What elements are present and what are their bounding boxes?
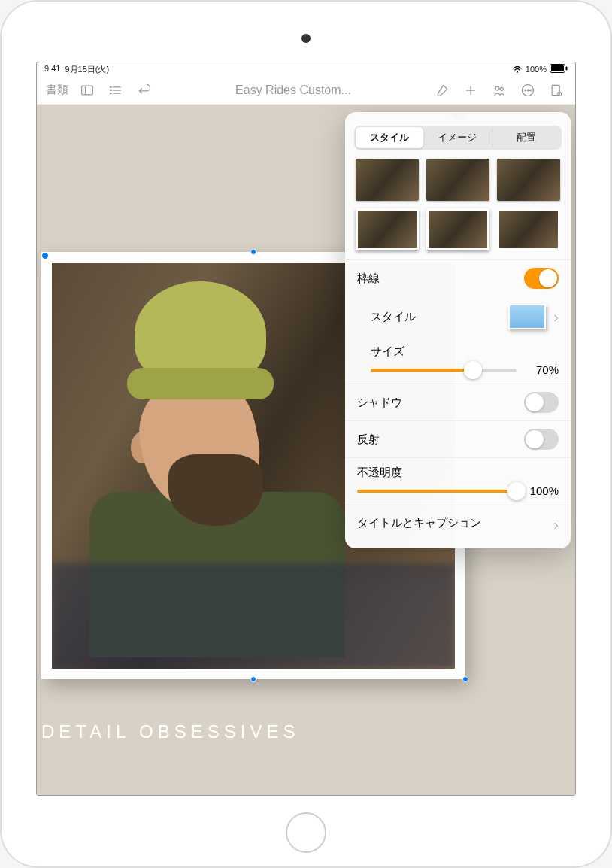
- border-size-slider-wrap: 70%: [345, 359, 571, 384]
- popover-arrow: [449, 112, 468, 123]
- svg-rect-3: [566, 67, 568, 71]
- style-preset-4[interactable]: [356, 208, 419, 250]
- border-style-preview: [508, 304, 546, 329]
- app-toolbar: 書類 Easy Rides Custom...: [37, 76, 575, 105]
- documents-back-button[interactable]: 書類: [43, 83, 71, 97]
- ipad-frame: 9:41 9月15日(火) 100% 書類: [0, 0, 612, 868]
- svg-point-11: [111, 93, 112, 94]
- svg-point-0: [517, 71, 518, 72]
- svg-point-9: [111, 86, 112, 88]
- svg-point-10: [111, 90, 112, 91]
- style-preset-2[interactable]: [426, 159, 489, 201]
- style-preset-1[interactable]: [356, 159, 419, 201]
- svg-point-15: [500, 87, 503, 90]
- screen: 9:41 9月15日(火) 100% 書類: [36, 62, 576, 796]
- opacity-row: 不透明度: [345, 457, 571, 480]
- status-bar: 9:41 9月15日(火) 100%: [37, 62, 575, 76]
- style-preset-5[interactable]: [426, 208, 489, 250]
- page-caption: DETAIL OBSESSIVES: [41, 721, 299, 742]
- reflection-toggle[interactable]: [524, 429, 559, 450]
- border-size-label: サイズ: [371, 344, 404, 359]
- svg-rect-20: [552, 85, 559, 95]
- view-mode-button[interactable]: [544, 77, 569, 103]
- front-camera: [301, 34, 311, 43]
- tab-style[interactable]: スタイル: [356, 127, 423, 148]
- reflection-row: 反射: [345, 420, 571, 457]
- svg-point-18: [527, 90, 529, 91]
- sidebar-toggle-button[interactable]: [74, 77, 100, 103]
- svg-point-17: [525, 90, 526, 91]
- more-button[interactable]: [515, 77, 541, 103]
- border-size-row: サイズ: [345, 337, 571, 359]
- border-style-row[interactable]: スタイル ›: [345, 296, 571, 337]
- border-style-label: スタイル: [371, 310, 416, 324]
- status-date: 9月15日(火): [65, 64, 109, 75]
- border-row: 枠線: [345, 259, 571, 296]
- shadow-label: シャドウ: [357, 396, 402, 410]
- reflection-label: 反射: [357, 432, 380, 447]
- border-size-value: 70%: [524, 363, 559, 376]
- selection-handle-top[interactable]: [250, 249, 256, 255]
- tab-arrange[interactable]: 配置: [492, 127, 560, 148]
- status-time: 9:41: [44, 64, 60, 75]
- shadow-row: シャドウ: [345, 384, 571, 420]
- shadow-toggle[interactable]: [524, 392, 559, 413]
- format-brush-button[interactable]: [429, 77, 455, 103]
- chevron-right-icon: ›: [546, 308, 559, 326]
- selection-handle-bottom[interactable]: [250, 676, 256, 682]
- tab-image[interactable]: イメージ: [423, 127, 491, 148]
- battery-icon: [550, 64, 568, 74]
- undo-button[interactable]: [132, 77, 157, 103]
- border-size-slider[interactable]: [371, 369, 517, 372]
- chevron-right-icon: ›: [546, 516, 559, 533]
- wifi-icon: [512, 65, 523, 74]
- opacity-value: 100%: [524, 484, 559, 497]
- border-toggle[interactable]: [524, 268, 559, 289]
- outline-button[interactable]: [103, 77, 129, 103]
- document-title[interactable]: Easy Rides Custom...: [160, 83, 426, 97]
- home-button[interactable]: [286, 812, 326, 853]
- title-caption-row[interactable]: タイトルとキャプション ›: [345, 505, 571, 544]
- svg-point-14: [495, 86, 499, 90]
- style-preset-3[interactable]: [497, 159, 560, 201]
- collaborate-button[interactable]: [486, 77, 512, 103]
- border-label: 枠線: [357, 272, 380, 286]
- opacity-slider-wrap: 100%: [345, 480, 571, 505]
- title-caption-label: タイトルとキャプション: [357, 516, 481, 533]
- battery-percent: 100%: [526, 65, 547, 74]
- svg-rect-4: [82, 86, 93, 95]
- style-presets-grid: [345, 159, 571, 259]
- opacity-slider[interactable]: [357, 490, 517, 493]
- document-canvas[interactable]: DETAIL OBSESSIVES スタイル イメージ 配置: [37, 105, 575, 795]
- popover-tabs: スタイル イメージ 配置: [354, 126, 562, 150]
- format-popover: スタイル イメージ 配置 枠線 スタイル: [345, 112, 571, 548]
- style-preset-6[interactable]: [497, 208, 560, 250]
- svg-rect-2: [551, 65, 564, 71]
- svg-point-19: [530, 90, 532, 91]
- insert-button[interactable]: [458, 77, 483, 103]
- opacity-label: 不透明度: [357, 466, 402, 478]
- selection-handle-br[interactable]: [462, 676, 468, 682]
